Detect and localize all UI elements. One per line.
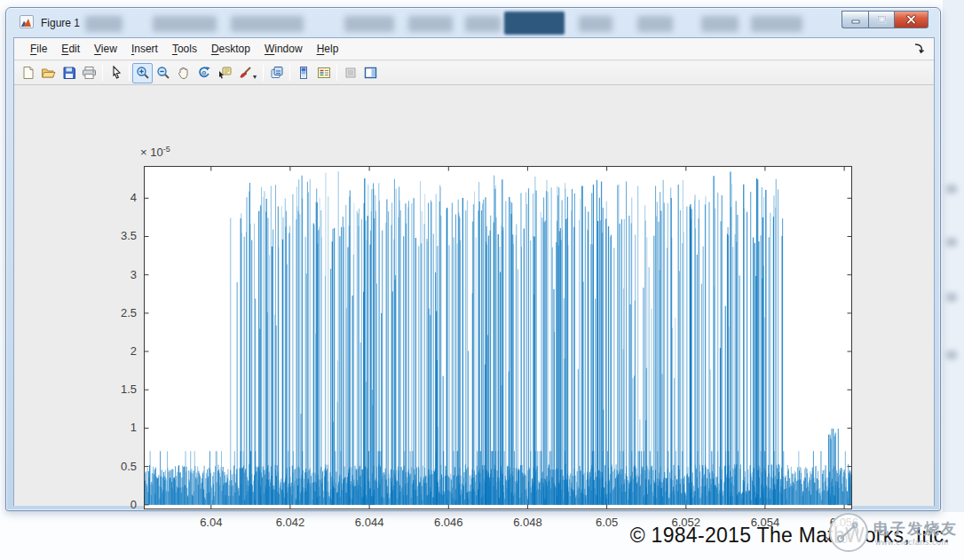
print-icon <box>82 66 97 80</box>
menu-insert[interactable]: Insert <box>124 39 165 59</box>
x-tick-label: 6.044 <box>343 516 396 529</box>
minimize-icon <box>850 14 861 25</box>
link-plot-icon <box>270 66 284 80</box>
window-title: Figure 1 <box>41 17 80 29</box>
blurred-background-tab <box>85 16 122 32</box>
x-tick-label: 6.046 <box>422 516 475 529</box>
open-file-icon <box>41 66 56 80</box>
blurred-background-tab <box>465 16 501 32</box>
desktop-background-strip <box>943 0 964 512</box>
show-plot-tools-icon <box>364 67 377 79</box>
hide-plot-tools-icon <box>344 67 357 79</box>
open-file-button[interactable] <box>38 63 59 83</box>
brush-dropdown-caret[interactable]: ▾ <box>253 73 257 81</box>
data-cursor-icon <box>217 66 232 80</box>
toolbar: ▾ <box>14 61 934 85</box>
mathworks-copyright: © 1984-2015 The MathWorks, Inc. <box>630 524 950 548</box>
toolbar-separator <box>129 65 130 81</box>
y-tick-label: 4 <box>92 191 137 204</box>
blurred-background-tab <box>637 16 673 32</box>
background-artifact <box>946 293 957 302</box>
toolbar-separator <box>289 65 290 81</box>
y-tick-label: 2 <box>92 344 137 358</box>
restore-button[interactable] <box>868 11 895 28</box>
menu-file[interactable]: File <box>23 39 54 59</box>
menu-tools[interactable]: Tools <box>165 39 204 59</box>
save-figure-icon <box>62 66 76 80</box>
toolbar-separator <box>263 65 264 81</box>
insert-legend-icon <box>317 66 331 80</box>
new-figure-icon <box>21 66 36 80</box>
toolbar-separator <box>102 65 103 81</box>
print-button[interactable] <box>79 63 99 83</box>
figure-window: Figure 1 <box>5 7 941 511</box>
y-tick-label: 3.5 <box>92 229 137 242</box>
figure-canvas: 6.046.0426.0446.0466.0486.056.0526.0546.… <box>14 86 934 506</box>
blurred-background-tab <box>408 16 453 32</box>
blurred-background-tab <box>701 16 739 32</box>
background-artifact <box>946 185 957 193</box>
matlab-figure-icon <box>20 15 34 28</box>
menu-help[interactable]: Help <box>310 39 346 59</box>
brush-button[interactable] <box>234 63 255 83</box>
close-button[interactable] <box>895 11 928 28</box>
x-tick-label: 6.04 <box>185 516 238 529</box>
toolbar-separator <box>336 65 337 81</box>
zoom-in-button[interactable] <box>132 63 153 83</box>
menu-bar: File Edit View Insert Tools Desktop Wind… <box>14 38 934 60</box>
menu-window[interactable]: Window <box>257 39 310 59</box>
x-tick-label: 6.05 <box>581 516 634 529</box>
menu-edit[interactable]: Edit <box>54 39 87 59</box>
insert-colorbar-button[interactable] <box>293 63 313 83</box>
edit-plot-button[interactable] <box>106 63 126 83</box>
dock-figure-arrow-icon[interactable] <box>913 42 927 56</box>
window-controls <box>842 11 928 28</box>
insert-legend-button[interactable] <box>313 63 334 83</box>
link-plot-button[interactable] <box>266 63 287 83</box>
zoom-out-icon <box>156 66 170 80</box>
y-tick-label: 0.5 <box>92 460 137 473</box>
restore-icon <box>876 14 888 25</box>
blurred-background-tab <box>579 16 612 32</box>
window-titlebar[interactable]: Figure 1 <box>7 9 939 37</box>
new-figure-button[interactable] <box>18 63 38 83</box>
pan-icon <box>177 66 191 80</box>
close-icon <box>905 14 917 25</box>
save-figure-button[interactable] <box>59 63 79 83</box>
background-artifact <box>946 351 957 359</box>
minimize-button[interactable] <box>842 11 868 28</box>
brush-icon <box>238 66 252 80</box>
x-tick-label: 6.048 <box>501 516 554 529</box>
edit-plot-icon <box>110 66 122 80</box>
screenshot-stage: Figure 1 <box>0 0 964 560</box>
data-cursor-button[interactable] <box>214 63 234 83</box>
pan-button[interactable] <box>173 63 194 83</box>
y-tick-label: 1.5 <box>92 383 137 396</box>
rotate-3d-button[interactable] <box>194 63 214 83</box>
blurred-background-tab <box>231 16 304 32</box>
menu-view[interactable]: View <box>87 39 124 59</box>
blurred-background-tab <box>153 16 217 32</box>
y-tick-label: 3 <box>92 268 137 281</box>
y-tick-label: 0 <box>92 498 137 511</box>
y-axis-exponent: × 10-5 <box>140 145 170 159</box>
y-tick-label: 1 <box>92 421 137 434</box>
zoom-in-icon <box>136 66 150 80</box>
insert-colorbar-icon <box>298 66 309 80</box>
hide-plot-tools-button[interactable] <box>340 63 360 83</box>
zoom-out-button[interactable] <box>153 63 173 83</box>
signal-plot <box>144 166 852 509</box>
blurred-background-tab <box>344 16 394 32</box>
x-tick-label: 6.042 <box>264 516 317 529</box>
y-tick-label: 2.5 <box>92 306 137 319</box>
background-artifact <box>946 238 957 247</box>
rotate-3d-icon <box>197 66 211 80</box>
blurred-background-tab <box>751 16 802 32</box>
plot-axes[interactable] <box>144 166 852 509</box>
blurred-background-active-tab <box>504 12 565 35</box>
figure-client-area: File Edit View Insert Tools Desktop Wind… <box>13 37 935 506</box>
show-plot-tools-button[interactable] <box>360 63 381 83</box>
menu-desktop[interactable]: Desktop <box>204 39 257 59</box>
